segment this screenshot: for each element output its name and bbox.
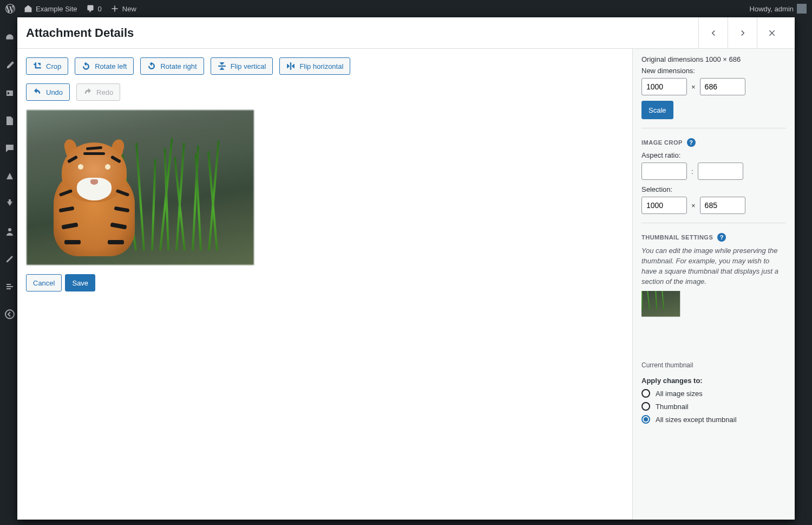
admin-menu [0, 17, 19, 525]
next-button[interactable] [728, 17, 757, 48]
comments-link[interactable]: 0 [86, 4, 102, 13]
comments-count: 0 [98, 5, 102, 13]
cancel-button[interactable]: Cancel [26, 274, 62, 291]
thumbnail-description: You can edit the image while preserving … [641, 246, 786, 287]
apply-changes-label: Apply changes to: [641, 377, 786, 385]
dashboard-icon[interactable] [4, 33, 15, 45]
edit-toolbar: Crop Rotate left Rotate right Flip verti… [26, 57, 624, 75]
users-icon[interactable] [4, 226, 15, 238]
posts-icon[interactable] [4, 60, 15, 73]
image-crop-area[interactable] [26, 109, 254, 265]
admin-bar: Example Site 0 New Howdy, admin [0, 0, 812, 17]
help-icon[interactable]: ? [687, 138, 696, 147]
main-panel: Crop Rotate left Rotate right Flip verti… [17, 49, 632, 520]
radio-icon [641, 402, 650, 411]
scale-button[interactable]: Scale [641, 101, 673, 119]
modal-header: Attachment Details [17, 17, 795, 49]
crop-label: Crop [46, 62, 61, 70]
flip-vertical-button[interactable]: Flip vertical [211, 57, 273, 75]
colon-separator: : [691, 167, 693, 176]
times-separator2: × [691, 202, 696, 210]
scale-height-input[interactable] [700, 78, 745, 95]
current-thumbnail-label: Current thumbnail [641, 361, 786, 369]
new-content-link[interactable]: New [110, 4, 136, 13]
times-separator: × [691, 83, 696, 91]
aspect-ratio-label: Aspect ratio: [641, 151, 786, 159]
radio-except-thumbnail[interactable]: All sizes except thumbnail [641, 415, 786, 424]
collapse-icon[interactable] [4, 309, 15, 321]
thumbnail-preview [641, 291, 710, 359]
radio-icon [641, 415, 650, 424]
scale-row: × [641, 78, 786, 95]
scale-button-label: Scale [649, 106, 666, 114]
radio-all-label: All image sizes [656, 390, 703, 398]
tools-icon[interactable] [4, 254, 15, 266]
selection-width-input[interactable] [641, 197, 687, 214]
wp-logo[interactable] [5, 4, 15, 14]
site-name-link[interactable]: Example Site [24, 4, 77, 13]
action-row: Cancel Save [26, 274, 624, 291]
attachment-details-modal: Attachment Details Crop Rot [17, 17, 795, 520]
redo-button: Redo [76, 83, 120, 101]
selection-height-input[interactable] [700, 197, 745, 214]
appearance-icon[interactable] [4, 171, 15, 183]
aspect-width-input[interactable] [641, 163, 687, 180]
flip-vertical-label: Flip vertical [231, 62, 266, 70]
svg-point-0 [8, 228, 11, 231]
aspect-height-input[interactable] [698, 163, 743, 180]
media-icon[interactable] [4, 88, 15, 100]
svg-point-1 [5, 310, 14, 319]
modal-header-buttons [698, 17, 786, 48]
tiger-image [27, 110, 254, 265]
new-content-label: New [122, 5, 136, 13]
selection-row: × [641, 197, 786, 214]
thumbnail-settings-heading: THUMBNAIL SETTINGS ? [641, 233, 786, 242]
undo-label: Undo [46, 88, 63, 96]
modal-body: Crop Rotate left Rotate right Flip verti… [17, 49, 795, 520]
save-label: Save [72, 279, 88, 287]
rotate-left-label: Rotate left [95, 62, 127, 70]
settings-icon[interactable] [4, 281, 15, 294]
site-name-text: Example Site [36, 5, 77, 13]
image-crop-heading: IMAGE CROP ? [641, 138, 786, 147]
radio-except-label: All sizes except thumbnail [656, 416, 737, 424]
history-toolbar: Undo Redo [26, 83, 624, 101]
redo-label: Redo [96, 88, 113, 96]
radio-icon [641, 389, 650, 398]
user-menu[interactable]: Howdy, admin [750, 4, 807, 14]
close-button[interactable] [757, 17, 786, 48]
original-dimensions-text: Original dimensions 1000 × 686 [641, 55, 786, 63]
side-panel: Original dimensions 1000 × 686 New dimen… [632, 49, 795, 520]
pages-icon[interactable] [4, 115, 15, 128]
comments-icon[interactable] [4, 143, 15, 155]
avatar [797, 4, 807, 14]
undo-button[interactable]: Undo [26, 83, 70, 101]
new-dimensions-label: New dimensions: [641, 67, 786, 75]
rotate-right-label: Rotate right [160, 62, 197, 70]
aspect-ratio-row: : [641, 163, 786, 180]
rotate-left-button[interactable]: Rotate left [75, 57, 134, 75]
modal-title: Attachment Details [26, 26, 134, 40]
prev-button[interactable] [698, 17, 728, 48]
crop-button[interactable]: Crop [26, 57, 68, 75]
save-button[interactable]: Save [65, 274, 95, 291]
radio-thumb-label: Thumbnail [656, 403, 689, 411]
radio-thumbnail[interactable]: Thumbnail [641, 402, 786, 411]
howdy-text: Howdy, admin [750, 5, 794, 13]
rotate-right-button[interactable]: Rotate right [140, 57, 204, 75]
radio-all-sizes[interactable]: All image sizes [641, 389, 786, 398]
flip-horizontal-label: Flip horizontal [299, 62, 343, 70]
scale-width-input[interactable] [641, 78, 687, 95]
help-icon[interactable]: ? [717, 233, 726, 242]
plugins-icon[interactable] [4, 198, 15, 211]
flip-horizontal-button[interactable]: Flip horizontal [279, 57, 350, 75]
selection-label: Selection: [641, 185, 786, 193]
cancel-label: Cancel [33, 279, 55, 287]
